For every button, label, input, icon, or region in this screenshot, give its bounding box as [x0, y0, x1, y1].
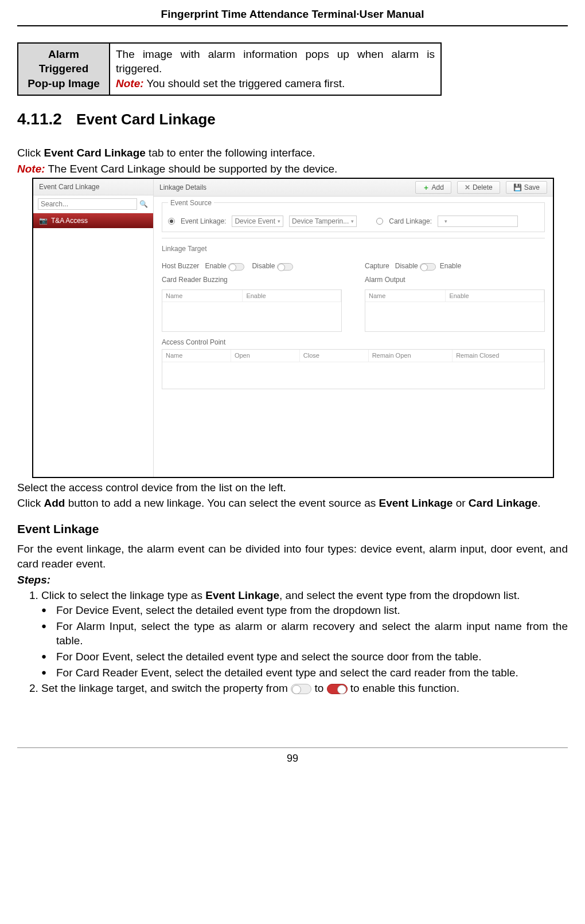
bullet: For Alarm Input, select the type as alar… — [41, 619, 568, 648]
host-buzzer-row: Host Buzzer Enable Disable — [162, 261, 342, 271]
alarm-label-l2: Pop-up Image — [28, 77, 100, 89]
card-reader-buzzing-label: Card Reader Buzzing — [162, 275, 342, 284]
t: Event Card Linkage — [44, 147, 145, 159]
th: Enable — [243, 290, 341, 302]
th: Name — [162, 290, 243, 302]
t: Card Linkage — [469, 497, 537, 509]
device-icon: 📷 — [39, 216, 48, 225]
note-label: Note: — [116, 77, 144, 89]
t: tab to enter the following interface. — [146, 147, 315, 159]
alarm-info-table: Alarm Triggered Pop-up Image The image w… — [17, 42, 442, 96]
label: Capture — [365, 262, 389, 270]
event-linkage-label: Event Linkage: — [181, 217, 226, 226]
th: Close — [300, 350, 369, 362]
t: Delete — [473, 183, 493, 192]
alarm-label-cell: Alarm Triggered Pop-up Image — [18, 43, 110, 95]
main-header: Linkage Details ＋Add ✕Delete 💾Save — [154, 179, 553, 197]
access-point-label: Access Control Point — [162, 338, 545, 347]
t: Device Event — [235, 217, 275, 226]
t: Add — [44, 497, 65, 509]
search-icon[interactable]: 🔍 — [139, 199, 149, 209]
main-header-title: Linkage Details — [159, 183, 410, 192]
after-p2: Click Add button to add a new linkage. Y… — [17, 496, 568, 511]
t: Click — [17, 147, 44, 159]
t: Event Linkage — [379, 497, 453, 509]
step-2: Set the linkage target, and switch the p… — [41, 681, 568, 696]
bullet: For Door Event, select the detailed even… — [41, 649, 568, 664]
toggle-host-disable[interactable] — [277, 263, 293, 271]
toggle-on-icon — [327, 684, 348, 694]
alarm-desc-cell: The image with alarm information pops up… — [110, 43, 441, 95]
delete-button[interactable]: ✕Delete — [457, 181, 500, 194]
radio-event-linkage[interactable] — [168, 218, 175, 225]
event-source-row: Event Linkage: Device Event▾ Device Tamp… — [168, 216, 539, 227]
intro-p1: Click Event Card Linkage tab to enter th… — [17, 146, 568, 160]
t — [440, 217, 442, 226]
alarm-output-label: Alarm Output — [365, 275, 545, 284]
note-label: Note: — [17, 163, 45, 175]
select-card-linkage[interactable]: ▾ — [438, 216, 518, 227]
sidebar-item-label: T&A Access — [51, 216, 88, 225]
radio-card-linkage[interactable] — [376, 218, 383, 225]
search-input[interactable] — [38, 198, 137, 210]
capture-row: Capture Disable Enable — [365, 261, 545, 271]
linkage-target-panel: Linkage Target Host Buzzer Enable Disabl… — [162, 244, 545, 389]
divider — [162, 238, 545, 238]
add-button[interactable]: ＋Add — [415, 181, 451, 194]
t: to enable this function. — [350, 682, 459, 694]
t: to — [314, 682, 326, 694]
t: The Event Card Linkage should be support… — [45, 163, 338, 175]
section-heading: 4.11.2 Event Card Linkage — [17, 108, 568, 130]
t: Click — [17, 497, 44, 509]
search-row: 🔍 — [33, 195, 153, 213]
th: Open — [231, 350, 300, 362]
doc-header: Fingerprint Time Attendance Terminal·Use… — [17, 0, 568, 26]
toggle-off-icon — [291, 684, 311, 694]
th: Remain Closed — [453, 350, 544, 362]
save-icon: 💾 — [513, 183, 522, 192]
t: Add — [432, 183, 444, 192]
event-linkage-heading: Event Linkage — [17, 521, 568, 537]
main-panel: Linkage Details ＋Add ✕Delete 💾Save Event… — [154, 179, 553, 477]
panel-title: Linkage Target — [162, 244, 545, 253]
chevron-down-icon: ▾ — [444, 218, 447, 225]
th: Remain Open — [369, 350, 453, 362]
save-button[interactable]: 💾Save — [506, 181, 547, 194]
card-linkage-label: Card Linkage: — [389, 217, 432, 226]
t: Device Tamperin... — [292, 217, 349, 226]
section-number: 4.11.2 — [17, 110, 62, 128]
th: Name — [162, 350, 231, 362]
after-p1: Select the access control device from th… — [17, 480, 568, 495]
t: or — [453, 497, 468, 509]
alarm-output-table: NameEnable — [365, 289, 545, 332]
sidebar-item-access[interactable]: 📷 T&A Access — [33, 213, 153, 228]
label: Disable — [395, 262, 418, 270]
t: , and select the event type from the dro… — [279, 589, 520, 601]
steps-list: Click to select the linkage type as Even… — [17, 588, 568, 695]
toggle-capture-disable[interactable] — [420, 263, 436, 271]
t: Click to select the linkage type as — [41, 589, 205, 601]
intro-note: Note: The Event Card Linkage should be s… — [17, 162, 568, 177]
sidebar-body: 📷 T&A Access — [33, 213, 153, 477]
event-linkage-desc: For the event linkage, the alarm event c… — [17, 542, 568, 571]
section-title: Event Card Linkage — [76, 111, 216, 128]
bullet: For Device Event, select the detailed ev… — [41, 603, 568, 618]
select-event-type[interactable]: Device Event▾ — [232, 216, 283, 227]
chevron-down-icon: ▾ — [278, 218, 280, 225]
plus-icon: ＋ — [423, 183, 430, 192]
label: Enable — [440, 262, 461, 270]
ui-screenshot: Event Card Linkage 🔍 📷 T&A Access Linkag… — [32, 178, 554, 478]
t: . — [537, 497, 540, 509]
sidebar-header: Event Card Linkage — [33, 179, 153, 195]
t: button to add a new linkage. You can sel… — [65, 497, 379, 509]
page-number: 99 — [17, 747, 568, 765]
x-icon: ✕ — [465, 183, 470, 192]
t: Set the linkage target, and switch the p… — [41, 682, 291, 694]
select-event-detail[interactable]: Device Tamperin...▾ — [289, 216, 357, 227]
toggle-host-enable[interactable] — [228, 263, 244, 271]
th: Enable — [446, 290, 544, 302]
note-text: You should set the triggered camera firs… — [144, 77, 345, 89]
card-reader-table: NameEnable — [162, 289, 342, 332]
event-source-panel: Event Source Event Linkage: Device Event… — [162, 202, 545, 232]
alarm-label-l1: Alarm Triggered — [39, 48, 89, 75]
